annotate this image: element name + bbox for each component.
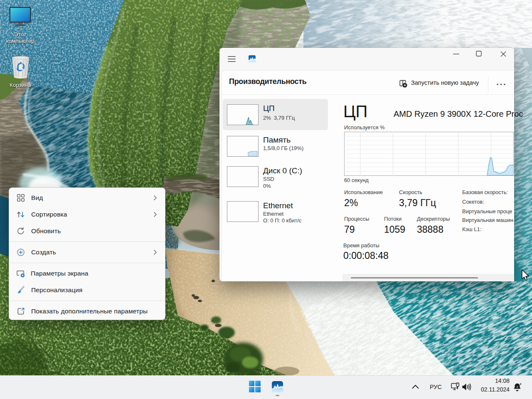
svg-text:z: z: [517, 385, 518, 389]
svg-text:z: z: [520, 382, 522, 386]
